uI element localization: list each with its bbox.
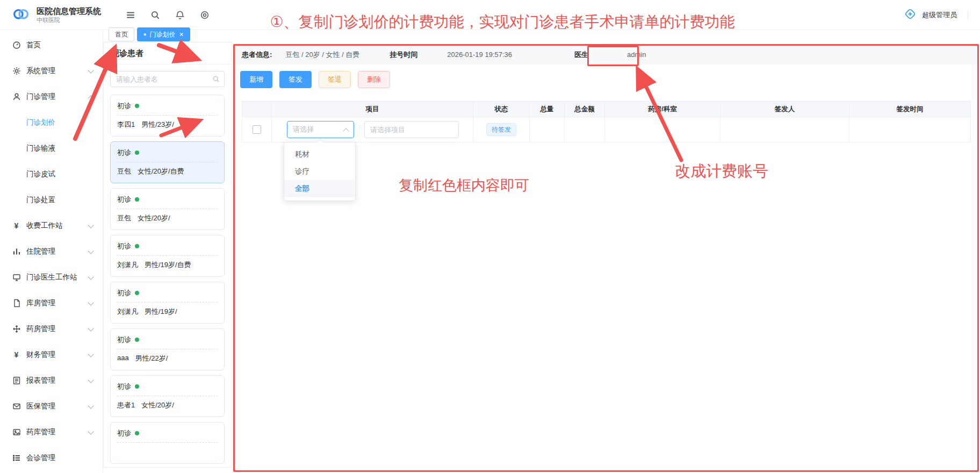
tab-2[interactable]: ●门诊划价× [137, 27, 190, 41]
patient-card[interactable]: 初诊豆包女性/20岁/自费 [110, 141, 225, 183]
mail-icon [12, 402, 21, 411]
table-header-cell-5: 总金额 [565, 102, 605, 117]
sidebar-item-18[interactable]: 维护系统 [0, 471, 103, 473]
topbar: 医院信息管理系统 中联医院 超级管理员 [0, 0, 980, 30]
sidebar-item-3[interactable]: 门诊管理 [0, 84, 103, 110]
cell-issuer [720, 117, 849, 142]
search-icon[interactable] [212, 75, 220, 83]
table-header-cell-7: 签发人 [720, 102, 849, 117]
item-search-input[interactable] [364, 121, 459, 138]
list-icon [12, 454, 21, 463]
cell-total-amount [565, 117, 605, 142]
sidebar: 首页系统管理门诊管理门诊划价门诊输液门诊皮试门诊处置¥收费工作站住院管理门诊医生… [0, 30, 103, 473]
app-window: 医院信息管理系统 中联医院 超级管理员 [0, 0, 980, 473]
toolbar-button-4[interactable]: 删除 [358, 71, 390, 88]
patient-card[interactable]: 初诊刘潇凡男性/19岁/自费 [110, 235, 225, 277]
chevron-down-icon [88, 222, 93, 228]
chart-icon [12, 247, 21, 256]
toolbar-button-2[interactable]: 签发 [279, 71, 312, 88]
patient-info: 男性/19岁/ [145, 307, 177, 317]
report-icon [12, 376, 21, 385]
rings-icon[interactable] [200, 10, 210, 20]
patient-info-label: 患者信息: [242, 50, 272, 60]
sidebar-item-13[interactable]: ¥财务管理 [0, 342, 103, 368]
sidebar-item-10[interactable]: 门诊医生工作站 [0, 264, 103, 290]
tab-bar: 首页●门诊划价× [109, 27, 190, 41]
sidebar-item-label: 门诊处置 [26, 195, 55, 205]
sidebar-item-15[interactable]: 医保管理 [0, 393, 103, 419]
patient-card[interactable]: 初诊aaa男性/22岁/ [110, 328, 225, 370]
sidebar-item-8[interactable]: ¥收费工作站 [0, 213, 103, 239]
patient-list: 初诊李四1男性/23岁/初诊豆包女性/20岁/自费初诊豆包女性/20岁/初诊刘潇… [110, 95, 225, 464]
collapse-menu-icon[interactable] [126, 10, 135, 20]
search-icon[interactable] [150, 10, 160, 20]
user-chip[interactable]: 超级管理员 [904, 8, 968, 22]
sidebar-item-label: 门诊划价 [26, 118, 55, 127]
sidebar-item-16[interactable]: 药库管理 [0, 419, 103, 445]
dashed-divider [117, 255, 218, 256]
sidebar-item-6[interactable]: 门诊皮试 [0, 161, 103, 187]
billing-table: 项目状态总量总金额药房/科室签发人签发时间 请选择 待签发 [242, 101, 971, 142]
sidebar-item-11[interactable]: 库房管理 [0, 290, 103, 316]
yen-icon: ¥ [12, 350, 21, 360]
chevron-down-icon [88, 299, 93, 305]
sidebar-item-9[interactable]: 住院管理 [0, 239, 103, 264]
image-icon [12, 428, 21, 437]
table-header-cell-1 [242, 102, 272, 117]
monitor-icon [12, 273, 21, 282]
patient-card[interactable]: 初诊豆包女性/20岁/ [110, 188, 225, 230]
visit-type-label: 初诊 [117, 101, 131, 111]
sidebar-item-4[interactable]: 门诊划价 [0, 110, 103, 135]
sidebar-item-2[interactable]: 系统管理 [0, 58, 103, 84]
patient-panel-title: 现诊患者 [104, 42, 231, 64]
dropdown-option[interactable]: 诊疗 [284, 163, 355, 180]
tab-1[interactable]: 首页 [109, 27, 134, 41]
dropdown-options: 耗材诊疗全部 [284, 146, 355, 197]
patient-info: 女性/20岁/ [138, 213, 170, 223]
row-checkbox[interactable] [253, 125, 261, 134]
patient-card[interactable]: 初诊李四1男性/23岁/ [110, 95, 225, 137]
chevron-down-icon [88, 428, 93, 434]
status-dot-icon [135, 338, 139, 342]
sidebar-item-label: 门诊医生工作站 [26, 273, 77, 282]
table-row: 请选择 待签发 [242, 117, 971, 142]
sidebar-item-17[interactable]: 会诊管理 [0, 445, 103, 471]
table-header-cell-8: 签发时间 [849, 102, 971, 117]
status-dot-icon [135, 291, 139, 295]
sidebar-item-label: 门诊管理 [26, 92, 55, 102]
patient-name: 患者1 [117, 400, 135, 410]
patient-panel: 现诊患者 初诊李四1男性/23岁/初诊豆包女性/20岁/自费初诊豆包女性/20岁… [103, 42, 232, 468]
sidebar-item-12[interactable]: 药房管理 [0, 316, 103, 342]
visit-type-label: 初诊 [117, 428, 131, 438]
dashed-divider [117, 115, 218, 116]
patient-name: 刘潇凡 [117, 307, 138, 317]
toolbar-button-3[interactable]: 签退 [319, 71, 351, 88]
sidebar-item-label: 系统管理 [26, 66, 55, 76]
sidebar-item-label: 会诊管理 [26, 453, 55, 463]
item-type-select[interactable]: 请选择 [287, 121, 354, 138]
chevron-down-icon [88, 351, 93, 357]
patient-search-input[interactable] [110, 71, 225, 87]
app-logo-icon [12, 7, 30, 23]
patient-card[interactable]: 初诊刘潇凡男性/19岁/ [110, 282, 225, 324]
item-type-dropdown: 耗材诊疗全部 [284, 142, 356, 201]
patient-card[interactable]: 初诊患者1女性/20岁/ [110, 375, 225, 417]
patient-search [110, 71, 225, 87]
sidebar-item-7[interactable]: 门诊处置 [0, 187, 103, 213]
dropdown-option[interactable]: 耗材 [284, 146, 355, 163]
sidebar-item-14[interactable]: 报表管理 [0, 368, 103, 393]
divider [968, 10, 968, 20]
sidebar-item-1[interactable]: 首页 [0, 32, 103, 58]
sidebar-item-label: 医保管理 [26, 402, 55, 411]
topbar-icons [126, 10, 210, 20]
sidebar-item-label: 库房管理 [26, 298, 55, 308]
sidebar-item-label: 报表管理 [26, 376, 55, 385]
toolbar-button-1[interactable]: 新增 [240, 71, 272, 88]
tab-close-icon[interactable]: × [179, 30, 183, 39]
dropdown-option[interactable]: 全部 [284, 180, 355, 197]
sidebar-item-5[interactable]: 门诊输液 [0, 135, 103, 161]
bell-icon[interactable] [175, 10, 185, 20]
table-header-cell-2: 项目 [272, 102, 473, 117]
patient-card[interactable]: 初诊 [110, 422, 225, 464]
visit-type-label: 初诊 [117, 148, 131, 157]
